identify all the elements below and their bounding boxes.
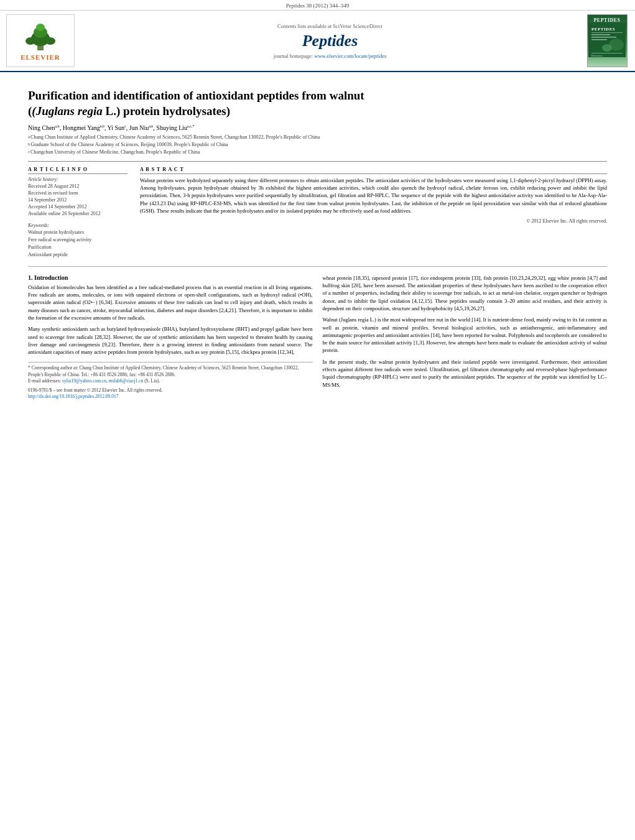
affiliation-c: c Changchun University of Chinese Medici… bbox=[28, 149, 607, 156]
issn-line: 0196-9781/$ – see front matter © 2012 El… bbox=[28, 387, 313, 394]
keyword-2: Free radical scavenging activity bbox=[28, 236, 127, 244]
keyword-3: Purification bbox=[28, 244, 127, 251]
abstract-text: Walnut proteins were hydrolyzed separate… bbox=[140, 177, 607, 215]
intro-section-title: 1. Introduction bbox=[28, 274, 313, 281]
corresponding-author: * Corresponding author at: Chang Chun In… bbox=[28, 365, 313, 378]
body-two-col: 1. Introduction Oxidation of biomolecule… bbox=[28, 274, 607, 400]
available-date: Available online 26 September 2012 bbox=[28, 210, 127, 217]
article-info-title: A R T I C L E I N F O bbox=[28, 167, 127, 174]
revised-date: 14 September 2012 bbox=[28, 196, 127, 203]
title-part3: L.) protein hydrolysates bbox=[103, 104, 226, 118]
intro-para-4-right: In the present study, the walnut protein… bbox=[323, 358, 608, 389]
aff-a-text: Chang Chun Institute of Applied Chemistr… bbox=[30, 134, 320, 141]
aff-b-text: Graduate School of the Chinese Academy o… bbox=[31, 141, 228, 149]
email-2[interactable]: mslab6@ciacj1.cn bbox=[109, 378, 143, 384]
copyright-line: © 2012 Elsevier Inc. All rights reserved… bbox=[140, 218, 607, 224]
affiliation-a: a Chang Chun Institute of Applied Chemis… bbox=[28, 134, 607, 141]
journal-homepage: journal homepage: www.elsevier.com/locat… bbox=[274, 53, 387, 59]
svg-rect-9 bbox=[591, 34, 610, 35]
sciverse-line: Contents lists available at SciVerse Sci… bbox=[277, 23, 382, 29]
section-number: 1. bbox=[28, 274, 33, 281]
journal-cover: PEPTIDES PEPTIDES Elsevier bbox=[585, 14, 629, 67]
svg-rect-14 bbox=[591, 53, 623, 53]
walnut-intro: Walnut (Juglans regia L.) is the most wi… bbox=[323, 316, 608, 353]
intro-para-1: Oxidation of biomolecules has been ident… bbox=[28, 284, 313, 322]
keywords-list: Walnut protein hydrolysates Free radical… bbox=[28, 229, 127, 259]
article-info-col: A R T I C L E I N F O Article history: R… bbox=[28, 167, 127, 259]
aff-c-text: Changchun University of Chinese Medicine… bbox=[30, 149, 200, 156]
paper-title: Purification and identification of antio… bbox=[28, 88, 607, 119]
authors-text: Ning Chena,b, Hongmei Yanga,b, Yi Sunc, … bbox=[28, 124, 194, 131]
body-right-col: wheat protein [18,35], rapeseed protein … bbox=[323, 274, 608, 400]
email-label: E-mail addresses: bbox=[28, 378, 61, 384]
section-title-text: Introduction bbox=[34, 274, 68, 281]
body-left-col: 1. Introduction Oxidation of biomolecule… bbox=[28, 274, 313, 400]
authors-line: Ning Chena,b, Hongmei Yanga,b, Yi Sunc, … bbox=[28, 124, 607, 131]
doi-link[interactable]: http://dx.doi.org/10.1016/j.peptides.201… bbox=[28, 394, 119, 399]
email-footnote: E-mail addresses: syliu19@yahoo.com.cn, … bbox=[28, 378, 313, 385]
elsevier-label: ELSEVIER bbox=[21, 53, 60, 61]
elsevier-logo: ELSEVIER bbox=[6, 14, 75, 67]
sciverse-label: Contents lists available at SciVerse Sci… bbox=[277, 23, 382, 29]
history-label: Article history: bbox=[28, 177, 127, 182]
citation-bar: Peptides 38 (2012) 344–349 bbox=[0, 0, 635, 11]
svg-point-4 bbox=[25, 37, 35, 45]
svg-rect-10 bbox=[591, 37, 616, 38]
abstract-col: A B S T R A C T Walnut proteins were hyd… bbox=[140, 167, 607, 259]
homepage-label: journal homepage: bbox=[274, 53, 313, 59]
homepage-url[interactable]: www.elsevier.com/locate/peptides bbox=[314, 53, 386, 59]
body-divider bbox=[28, 266, 607, 267]
affiliations: a Chang Chun Institute of Applied Chemis… bbox=[28, 134, 607, 156]
cover-title: PEPTIDES bbox=[593, 17, 620, 23]
intro-para-2: Many synthetic antioxidants such as buty… bbox=[28, 325, 313, 356]
received-revised-label: Received in revised form bbox=[28, 190, 127, 196]
email-suffix: (S. Liu). bbox=[144, 378, 160, 384]
journal-header: ELSEVIER Contents lists available at Sci… bbox=[0, 11, 635, 72]
svg-point-3 bbox=[36, 24, 45, 31]
journal-center: Contents lists available at SciVerse Sci… bbox=[81, 14, 579, 67]
accepted-date: Accepted 14 September 2012 bbox=[28, 203, 127, 210]
abstract-title: A B S T R A C T bbox=[140, 167, 607, 174]
svg-point-13 bbox=[602, 44, 612, 52]
elsevier-tree-icon bbox=[16, 21, 65, 52]
cover-illustration: PEPTIDES Elsevier bbox=[588, 23, 626, 57]
svg-rect-11 bbox=[591, 39, 607, 40]
footnote-section: * Corresponding author at: Chang Chun In… bbox=[28, 362, 313, 400]
keyword-1: Walnut protein hydrolysates bbox=[28, 229, 127, 236]
article-info-abstract: A R T I C L E I N F O Article history: R… bbox=[28, 167, 607, 259]
svg-text:Elsevier: Elsevier bbox=[591, 54, 603, 57]
svg-text:PEPTIDES: PEPTIDES bbox=[591, 27, 615, 32]
title-italic: (Juglans regia bbox=[32, 104, 103, 118]
received-date: Received 28 August 2012 bbox=[28, 183, 127, 190]
journal-cover-image: PEPTIDES PEPTIDES Elsevier bbox=[587, 14, 628, 67]
doi-line: http://dx.doi.org/10.1016/j.peptides.201… bbox=[28, 394, 313, 400]
keyword-4: Antioxidant peptide bbox=[28, 251, 127, 259]
affiliation-b: b Graduate School of the Chinese Academy… bbox=[28, 141, 607, 149]
citation-text: Peptides 38 (2012) 344–349 bbox=[286, 2, 350, 9]
divider-1 bbox=[28, 161, 607, 162]
svg-rect-8 bbox=[591, 32, 623, 33]
journal-title: Peptides bbox=[302, 32, 358, 50]
intro-para-3-right: Walnut (Juglans regia L.) is the most wi… bbox=[323, 316, 608, 354]
keywords-label: Keywords: bbox=[28, 223, 127, 228]
paper-content: Purification and identification of antio… bbox=[0, 72, 635, 407]
title-part1: Purification and identification of antio… bbox=[28, 89, 364, 102]
email-1[interactable]: syliu19@yahoo.com.cn bbox=[62, 378, 106, 384]
intro-para-2-right: wheat protein [18,35], rapeseed protein … bbox=[323, 274, 608, 313]
svg-point-5 bbox=[45, 37, 55, 45]
